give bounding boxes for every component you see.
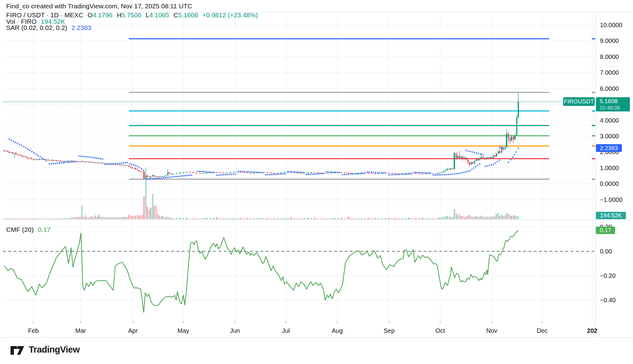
cmf-value: 0.17: [38, 226, 51, 233]
axis-tick-label: 1.0000: [600, 164, 619, 172]
ohlc-close: C5.1608: [173, 11, 198, 19]
axis-tick-label: −0.20: [600, 272, 616, 279]
volume-bars: [4, 168, 519, 219]
axis-tick-label: 0.00: [600, 248, 612, 255]
last-price-value: 5.1608: [600, 98, 618, 105]
month-label: Nov: [478, 327, 506, 334]
symbol-badge: FIROUSDT: [563, 97, 595, 106]
month-label: Sep: [375, 327, 403, 334]
chart-canvas[interactable]: [0, 0, 633, 364]
countdown-timer: 15:48:06: [600, 105, 620, 111]
ohlc-open: O4.1796: [87, 11, 113, 19]
axis-tick-label: 6.0000: [600, 85, 619, 92]
tradingview-icon: [10, 344, 24, 355]
last-price-badge: 5.1608 15:48:06: [596, 97, 630, 111]
sar-value: 2.2383: [71, 24, 91, 31]
volume-value-badge: 194.52K: [596, 212, 626, 219]
month-label: Oct: [426, 327, 454, 334]
month-label: Apr: [119, 327, 147, 334]
axis-tick-label: 0.0000: [600, 180, 619, 187]
tradingview-logo-text: TradingView: [29, 345, 80, 355]
month-label: Dec: [528, 327, 556, 334]
sar-value-badge: 2.2383: [596, 144, 622, 152]
ohlc-high: H5.7500: [117, 11, 141, 19]
cmf-value-badge: 0.17: [596, 227, 615, 234]
month-label: Jul: [272, 327, 300, 334]
fib-axis-ticks: [592, 38, 596, 180]
axis-tick-label: 7.0000: [600, 69, 619, 76]
tradingview-logo[interactable]: TradingView: [10, 344, 80, 355]
axis-tick-label: 3.0000: [600, 132, 619, 140]
tradingview-chart-page: Find_co created with TradingView.com, No…: [0, 0, 633, 364]
month-label: Feb: [19, 327, 47, 334]
month-label: Aug: [323, 327, 351, 334]
month-label: Mar: [67, 327, 95, 334]
legend-row-sar: SAR (0.02, 0.02, 0.2) 2.2383: [6, 24, 91, 31]
axis-tick-label: −1.0000: [600, 196, 622, 203]
cmf-label: CMF (20): [6, 226, 34, 233]
month-label: May: [169, 327, 197, 334]
axis-tick-label: 9.0000: [600, 37, 619, 44]
axis-tick-label: 10.0000: [600, 21, 622, 29]
gridlines: [3, 12, 595, 323]
ohlc-low: L4.1065: [146, 11, 169, 19]
month-label: Jun: [221, 327, 249, 334]
axis-tick-label: 4.0000: [600, 117, 619, 124]
sar-label: SAR (0.02, 0.02, 0.2): [6, 24, 67, 31]
axis-tick-label: −0.40: [600, 296, 616, 304]
change-value: +0.9812 (+23.48%): [202, 11, 258, 19]
parabolic-sar-dots: [8, 139, 519, 180]
axis-tick-label: 8.0000: [600, 53, 619, 61]
legend-row-cmf: CMF (20) 0.17: [6, 226, 51, 233]
year-label: 202: [578, 327, 606, 334]
